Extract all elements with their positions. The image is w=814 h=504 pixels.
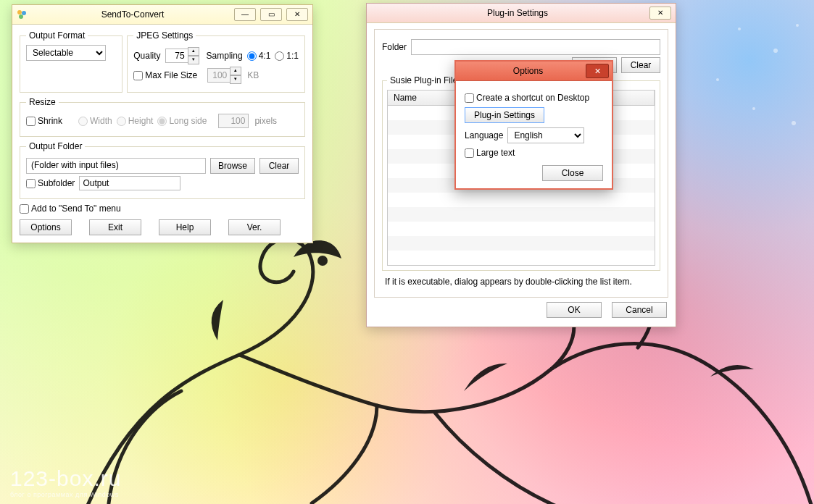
maxfile-spin-down[interactable]: ▾ [230,75,241,84]
plugin-cancel-button[interactable]: Cancel [612,302,667,318]
options-titlebar[interactable]: Options ✕ [456,62,612,81]
output-format-legend: Output Format [26,30,88,41]
svg-point-0 [317,256,328,266]
resize-legend: Resize [26,97,59,107]
output-format-select[interactable]: Selectable [26,45,106,61]
svg-point-14 [19,14,23,19]
options-close-button[interactable]: Close [542,165,603,181]
svg-point-3 [738,28,741,30]
svg-point-12 [17,10,22,14]
svg-point-7 [752,107,755,110]
shrink-checkbox[interactable]: Shrink [26,116,62,126]
svg-point-5 [796,24,799,27]
minimize-button[interactable]: — [234,8,256,21]
close-button[interactable]: ✕ [286,8,308,21]
language-select[interactable]: English [507,127,584,143]
plugin-list-legend: Susie Plug-in Files [387,75,465,85]
plugin-clear-button[interactable]: Clear [621,57,660,73]
quality-spin-down[interactable]: ▾ [188,56,199,64]
output-browse-button[interactable]: Browse [210,158,255,174]
language-label: Language [465,130,503,140]
plugin-titlebar[interactable]: Plug-in Settings ✕ [367,4,676,23]
resize-value-input [218,114,249,128]
maxfile-checkbox[interactable]: Max File Size [133,70,197,80]
options-title: Options [470,66,586,76]
options-button[interactable]: Options [20,219,72,235]
resize-group: Resize Shrink Width Height Long side pix… [20,97,305,137]
subfolder-checkbox[interactable]: Subfolder [26,178,75,188]
sendto-title: SendTo-Convert [31,9,234,20]
plugin-ok-button[interactable]: OK [547,302,602,318]
output-folder-path[interactable]: (Folder with input files) [26,158,206,174]
options-close-x[interactable]: ✕ [586,64,609,78]
exit-button[interactable]: Exit [89,219,141,235]
add-to-sendto-checkbox[interactable]: Add to "Send To" menu [20,203,121,214]
width-radio[interactable]: Width [78,116,112,126]
subfolder-input[interactable] [79,176,180,190]
maximize-button[interactable]: ▭ [260,8,282,21]
jpeg-settings-group: JPEG Settings Quality ▴▾ Sampling 4:1 1:… [127,30,305,93]
resize-unit: pixels [254,116,277,126]
svg-point-8 [792,121,796,125]
plugin-close-button[interactable]: ✕ [649,7,671,20]
sampling-label: Sampling [207,51,243,61]
plugin-settings-button[interactable]: Plug-in Settings [465,107,544,123]
maxfile-spin-up[interactable]: ▴ [230,67,241,75]
sendto-titlebar[interactable]: SendTo-Convert — ▭ ✕ [12,5,312,25]
watermark-main: 123-box.ru [10,468,121,490]
watermark: 123-box.ru блог о программах для Windows [10,468,121,498]
sampling-41-radio[interactable]: 4:1 [247,51,271,61]
maxfile-unit: KB [247,70,259,80]
quality-label: Quality [133,51,160,61]
large-text-checkbox[interactable]: Large text [465,148,515,158]
ver-button[interactable]: Ver. [228,219,281,235]
maxfile-input [207,68,231,83]
output-clear-button[interactable]: Clear [259,158,299,174]
plugin-folder-input[interactable] [411,39,660,55]
output-folder-group: Output Folder (Folder with input files) … [20,141,305,199]
desktop-shortcut-checkbox[interactable]: Create a shortcut on Desktop [465,93,589,103]
svg-point-13 [22,11,26,15]
sendto-convert-window: SendTo-Convert — ▭ ✕ Output Format Selec… [12,4,313,243]
quality-input[interactable] [165,49,188,63]
output-format-group: Output Format Selectable [20,30,122,93]
sampling-11-radio[interactable]: 1:1 [275,51,299,61]
quality-spin-up[interactable]: ▴ [188,47,199,56]
height-radio[interactable]: Height [117,116,154,126]
longside-radio[interactable]: Long side [157,116,207,126]
svg-point-6 [716,78,719,81]
help-button[interactable]: Help [159,219,211,235]
jpeg-legend: JPEG Settings [133,30,196,41]
plugin-folder-label: Folder [382,42,407,52]
output-folder-legend: Output Folder [26,141,85,151]
plugin-title: Plug-in Settings [386,8,649,18]
options-dialog: Options ✕ Create a shortcut on Desktop P… [454,60,613,190]
plugin-note: If it is executable, dialog appears by d… [385,277,657,287]
svg-point-4 [773,49,778,53]
watermark-sub: блог о программах для Windows [10,491,121,498]
app-icon [12,9,31,20]
